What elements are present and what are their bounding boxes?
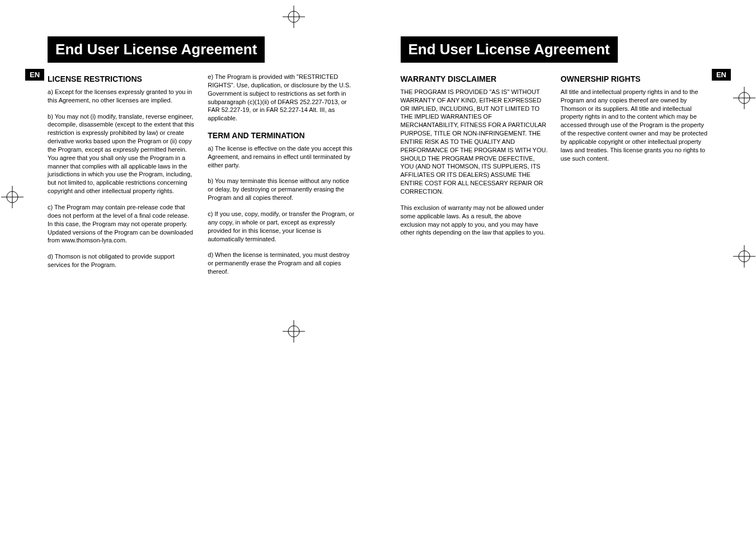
en-tag-left: EN xyxy=(25,69,44,81)
para-lr-e: e) The Program is provided with "RESTRIC… xyxy=(208,73,355,123)
left-page: EN End User License Agreement LICENSE RE… xyxy=(0,36,378,284)
right-col-2: OWNERSHIP RIGHTS All title and intellect… xyxy=(561,73,708,245)
page-title-right: End User License Agreement xyxy=(401,36,618,63)
left-columns: LICENSE RESTRICTIONS a) Except for the l… xyxy=(48,73,355,284)
heading-ownership-rights: OWNERSHIP RIGHTS xyxy=(561,74,708,85)
para-tt-c: c) If you use, copy, modify, or transfer… xyxy=(208,210,355,243)
right-columns: WARRANTY DISCLAIMER THE PROGRAM IS PROVI… xyxy=(401,73,708,245)
heading-warranty-disclaimer: WARRANTY DISCLAIMER xyxy=(401,74,548,85)
left-col-1: LICENSE RESTRICTIONS a) Except for the l… xyxy=(48,73,195,284)
para-wd-2: This exclusion of warranty may not be al… xyxy=(401,204,548,237)
right-page: End User License Agreement WARRANTY DISC… xyxy=(378,36,757,284)
left-col-2: e) The Program is provided with "RESTRIC… xyxy=(208,73,355,284)
para-tt-b: b) You may terminate this license withou… xyxy=(208,177,355,202)
crop-mark-left-icon xyxy=(1,186,24,208)
crop-mark-right2-icon xyxy=(733,245,755,268)
crop-mark-top-icon xyxy=(283,6,305,28)
para-lr-c: c) The Program may contain pre-release c… xyxy=(48,203,195,245)
para-wd-1: THE PROGRAM IS PROVIDED "AS IS" WITHOUT … xyxy=(401,88,548,196)
para-tt-d: d) When the license is terminated, you m… xyxy=(208,251,355,276)
para-lr-d: d) Thomson is not obligated to provide s… xyxy=(48,252,195,269)
page-title-left: End User License Agreement xyxy=(48,36,265,63)
right-col-1: WARRANTY DISCLAIMER THE PROGRAM IS PROVI… xyxy=(401,73,548,245)
crop-mark-right1-icon xyxy=(733,87,755,109)
page-spread: EN End User License Agreement LICENSE RE… xyxy=(0,0,756,284)
heading-term-termination: TERM AND TERMINATION xyxy=(208,130,355,141)
para-tt-a: a) The license is effective on the date … xyxy=(208,144,355,170)
crop-mark-mid-icon xyxy=(283,320,305,343)
para-or-1: All title and intellectual property righ… xyxy=(561,88,708,163)
en-tag-right: EN xyxy=(712,69,731,81)
heading-license-restrictions: LICENSE RESTRICTIONS xyxy=(48,74,195,85)
para-lr-a: a) Except for the licenses expressly gra… xyxy=(48,88,195,105)
para-lr-b: b) You may not (i) modify, translate, re… xyxy=(48,113,195,195)
